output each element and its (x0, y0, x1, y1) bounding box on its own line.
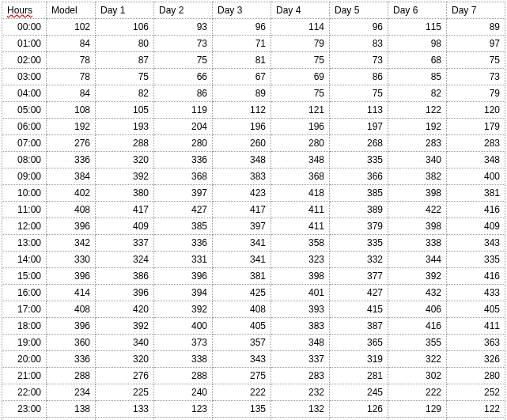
table-body: 00:001021069396114961158901:008480737179… (2, 19, 505, 421)
cell-day: 400 (447, 168, 505, 185)
cell-day: 331 (154, 252, 213, 268)
cell-hours: 23:00 (2, 401, 47, 418)
cell-day: 288 (96, 135, 154, 152)
cell-day: 324 (96, 252, 154, 268)
cell-day: 348 (271, 335, 330, 351)
cell-day: 79 (271, 36, 330, 52)
cell-day: 357 (213, 335, 271, 351)
cell-day: 115 (388, 19, 447, 36)
cell-hours: 06:00 (2, 119, 47, 135)
cell-day: 338 (388, 235, 447, 252)
cell-day: 110 (447, 418, 505, 421)
cell-day: 283 (447, 135, 505, 152)
cell-day: 377 (330, 268, 388, 285)
cell-day: 394 (154, 285, 213, 301)
cell-model: 336 (47, 152, 96, 168)
cell-day: 379 (330, 218, 388, 235)
cell-day: 89 (213, 418, 271, 421)
cell-day: 97 (447, 36, 505, 52)
cell-day: 240 (154, 384, 213, 401)
cell-day: 276 (96, 368, 154, 384)
cell-day: 204 (154, 119, 213, 135)
cell-day: 416 (447, 268, 505, 285)
cell-day: 338 (154, 351, 213, 368)
cell-hours: 00:00 (2, 19, 47, 36)
cell-day: 397 (154, 185, 213, 202)
cell-day: 75 (96, 69, 154, 85)
table-row: 21:00288276288275283281302280 (2, 368, 505, 384)
cell-hours: 14:00 (2, 252, 47, 268)
cell-day: 409 (96, 218, 154, 235)
table-row: 22:00234225240222232245222252 (2, 384, 505, 401)
cell-day: 82 (388, 85, 447, 102)
cell-day: 383 (213, 168, 271, 185)
cell-day: 192 (388, 119, 447, 135)
cell-day: 393 (271, 301, 330, 318)
cell-day: 400 (154, 318, 213, 335)
cell-day: 281 (330, 368, 388, 384)
cell-hours: 20:00 (2, 351, 47, 368)
cell-hours: 01:00 (2, 36, 47, 52)
cell-hours: 00:00 (2, 418, 47, 421)
cell-day: 405 (447, 301, 505, 318)
cell-day: 121 (271, 102, 330, 119)
cell-day: 179 (447, 119, 505, 135)
cell-hours: 07:00 (2, 135, 47, 152)
cell-hours: 18:00 (2, 318, 47, 335)
table-row: 10:00402380397423418385398381 (2, 185, 505, 202)
cell-day: 73 (154, 36, 213, 52)
cell-day: 252 (447, 384, 505, 401)
cell-day: 373 (154, 335, 213, 351)
table-row: 19:00360340373357348365355363 (2, 335, 505, 351)
cell-hours: 09:00 (2, 168, 47, 185)
table-row: 23:00138133123135132126129122 (2, 401, 505, 418)
cell-day: 75 (447, 52, 505, 69)
cell-day: 75 (330, 85, 388, 102)
cell-day: 382 (388, 168, 447, 185)
cell-day: 416 (388, 318, 447, 335)
col-header-day3: Day 3 (213, 2, 271, 19)
cell-model: 336 (47, 351, 96, 368)
cell-day: 123 (154, 401, 213, 418)
cell-model: 396 (47, 318, 96, 335)
cell-model: 192 (47, 119, 96, 135)
cell-day: 106 (96, 19, 154, 36)
cell-model: 396 (47, 218, 96, 235)
cell-day: 340 (96, 335, 154, 351)
col-header-day6: Day 6 (388, 2, 447, 19)
cell-hours: 04:00 (2, 85, 47, 102)
cell-day: 335 (330, 235, 388, 252)
table-row: 12:00396409385397411379398409 (2, 218, 505, 235)
cell-day: 112 (213, 102, 271, 119)
cell-day: 423 (213, 185, 271, 202)
table-row: 18:00396392400405383387416411 (2, 318, 505, 335)
table-row: 06:00192193204196196197192179 (2, 119, 505, 135)
cell-day: 385 (154, 218, 213, 235)
cell-day: 120 (447, 102, 505, 119)
cell-day: 337 (271, 351, 330, 368)
cell-day: 133 (96, 401, 154, 418)
cell-day: 222 (388, 384, 447, 401)
cell-day: 73 (447, 69, 505, 85)
table-row: 03:007875666769868573 (2, 69, 505, 85)
cell-day: 336 (154, 235, 213, 252)
cell-day: 418 (271, 185, 330, 202)
cell-day: 288 (154, 368, 213, 384)
cell-day: 420 (96, 301, 154, 318)
cell-day: 409 (447, 218, 505, 235)
cell-day: 427 (154, 202, 213, 218)
cell-day: 135 (213, 401, 271, 418)
cell-day: 93 (154, 19, 213, 36)
cell-day: 96 (213, 19, 271, 36)
cell-model: 408 (47, 301, 96, 318)
cell-day: 105 (96, 102, 154, 119)
cell-day: 366 (330, 168, 388, 185)
cell-day: 406 (388, 301, 447, 318)
col-header-day5: Day 5 (330, 2, 388, 19)
cell-day: 122 (388, 102, 447, 119)
cell-day: 368 (271, 168, 330, 185)
cell-model: 84 (47, 85, 96, 102)
cell-model: 78 (47, 52, 96, 69)
cell-model: 396 (47, 268, 96, 285)
cell-day: 260 (213, 135, 271, 152)
